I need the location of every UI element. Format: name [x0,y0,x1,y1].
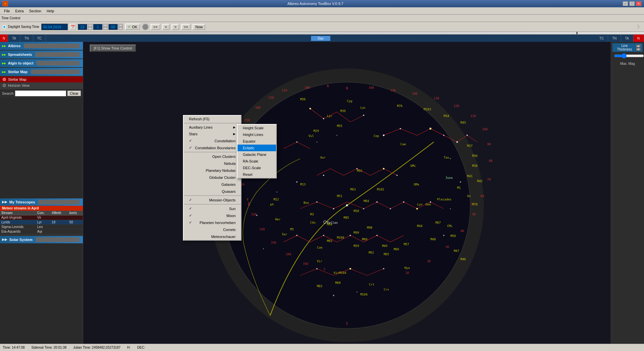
table-row[interactable]: Sigma-Leonids Leo [0,224,83,229]
search-input[interactable] [15,90,66,96]
svg-point-82 [450,158,451,159]
ctx-constellation[interactable]: ✓ Constellation [184,137,241,144]
back-back-button[interactable]: << [151,24,160,30]
minute-spinner[interactable]: ▲ ▼ [103,24,108,30]
second-up[interactable]: ▲ [118,24,123,27]
minimize-button[interactable]: ─ [623,1,628,6]
solar-system-section[interactable]: ▶▶ Solar System [0,236,83,243]
minute-down[interactable]: ▼ [103,27,108,30]
stellar-map-section[interactable]: ▶▶ Stellar Map [0,68,83,76]
svg-point-77 [397,175,398,176]
thickness-down[interactable]: ▼ [636,48,641,51]
ctx-messier-objects[interactable]: ✓ Messier-Objects [184,196,241,203]
time-inputs: ▲ ▼ ▲ ▼ ▲ ▼ [78,24,123,30]
nav-tab-tn-left[interactable]: TN [20,35,33,42]
menu-file[interactable]: File [1,8,13,14]
ctx-stars[interactable]: Stars ▶ [184,131,241,137]
table-row[interactable]: Lyrids Lyr 18 50 [0,220,83,224]
timeline-bar[interactable] [0,32,644,35]
hour-input[interactable] [78,24,87,30]
submenu-ra-scale[interactable]: RA-Scale [238,158,276,165]
second-input[interactable] [108,24,118,30]
hour-down[interactable]: ▼ [88,27,92,30]
horizon-view-radio[interactable]: Horizon View [0,82,83,88]
right-panel: Line Thickness ▲ ▼ Max. Mag [611,42,644,344]
forward-forward-button[interactable]: >> [181,24,191,30]
thickness-up[interactable]: ▲ [636,45,641,48]
menu-section[interactable]: Section [26,8,44,14]
solar-bar [36,237,80,242]
submenu-galactic-plane[interactable]: Galactic Plane [238,151,276,158]
svg-text:200: 200 [305,86,310,89]
submenu-reset[interactable]: Reset [238,171,276,178]
minute-input[interactable] [93,24,102,30]
ok-button[interactable]: ✓ OK [125,24,140,30]
submenu-height-scale[interactable]: Height Scale [238,125,276,131]
submenu-ecliptic[interactable]: Ecliptic [238,145,276,151]
svg-point-66 [296,235,297,236]
forward-button[interactable]: > [172,24,179,30]
f1-show-time-control-button[interactable]: [F1] Show Time Control [90,45,136,52]
my-telescopes-section[interactable]: ▶▶ My Telescopes [0,198,83,206]
ctx-galaxies[interactable]: ✓ Galaxies [184,181,241,188]
menu-extra[interactable]: Extra [13,8,27,14]
svg-text:Aur: Aur [320,156,326,159]
submenu-height-lines[interactable]: Height Lines [238,131,276,138]
albireo-section[interactable]: ▶▶ Albireo [0,42,83,50]
star-map-area[interactable]: [F1] Show Time Control [83,42,611,344]
nav-tab-tn-right[interactable]: TN [608,35,621,42]
second-spinner[interactable]: ▲ ▼ [118,24,123,30]
menu-help[interactable]: Help [44,8,57,14]
nav-tab-ta-right[interactable]: TA [621,35,633,42]
nav-tab-tc-left[interactable]: TC [33,35,46,42]
nav-tab-ta-left[interactable]: TA [8,35,20,42]
time-control-bar: Time Control [0,15,644,22]
table-row[interactable]: April-Virginids Vir [0,215,83,220]
ctx-quasars[interactable]: ✓ Quasars [184,188,241,195]
now-button[interactable]: Now [193,24,205,30]
dst-date-input[interactable]: 30.04.2019 [41,24,68,30]
ctx-nebula[interactable]: ✓ Nebula [184,160,241,167]
ctx-globular-cluster[interactable]: ✓ Globular Cluster [184,174,241,181]
submenu-equator[interactable]: Equator [238,138,276,145]
nav-tab-day[interactable]: Day [311,36,330,41]
table-row[interactable]: Eta-Aquarids Aqr [0,229,83,234]
svg-text:Lyn: Lyn [417,203,422,206]
window-controls[interactable]: ─ □ ✕ [623,1,641,6]
line-thickness-spinner[interactable]: ▲ ▼ [636,45,641,51]
ctx-sun[interactable]: ✓ Sun [184,205,241,212]
svg-point-73 [296,181,297,183]
ctx-auxiliary-lines[interactable]: Auxiliary Lines ▶ Height Scale Height Li… [184,124,241,131]
svg-text:Vir: Vir [317,260,323,263]
ctx-planeten[interactable]: ✓ Planeten hervorheben [184,219,241,226]
minute-up[interactable]: ▲ [103,24,108,27]
align-section[interactable]: ▶▶ Algin to object [0,59,83,67]
back-button[interactable]: < [162,24,170,30]
ctx-moon[interactable]: ✓ Moon [184,212,241,219]
nav-tab-n-right[interactable]: N [633,35,644,42]
svg-text:Hya: Hya [404,266,410,270]
dst-radio[interactable] [3,25,6,29]
nav-tab-n-left[interactable]: N [0,35,8,42]
spreadsheets-section[interactable]: ▶▶ Spreadsheets [0,51,83,58]
calendar-icon[interactable]: 📅 [70,24,76,30]
clear-button[interactable]: Clear [68,91,81,96]
submenu-dec-scale[interactable]: DEC-Scale [238,165,276,171]
ctx-comets[interactable]: ✓ Comets [184,226,241,233]
ctx-meteorschauer[interactable]: ✓ Meteorschauer [184,233,241,240]
ctx-constellation-boundaries[interactable]: ✓ Constellation Boundaries [184,144,241,151]
ctx-planetary-nebulas[interactable]: ✓ Planetary Nebulas [184,167,241,174]
second-down[interactable]: ▼ [118,27,123,30]
thickness-slider[interactable] [614,53,644,58]
ctx-open-clusters[interactable]: ✓ Open Clusters [184,153,241,160]
close-button[interactable]: ✕ [636,1,641,6]
svg-point-56 [466,135,468,136]
ctx-refresh[interactable]: Refresh (F5) [184,116,241,122]
stellar-map-radio[interactable]: Stellar Map [0,76,83,82]
dst-label: Daylight Saving Time [8,25,39,29]
svg-point-49 [323,118,324,119]
hour-up[interactable]: ▲ [88,24,92,27]
maximize-button[interactable]: □ [629,1,635,6]
nav-tab-tc-right[interactable]: TC [595,35,608,42]
hour-spinner[interactable]: ▲ ▼ [88,24,92,30]
